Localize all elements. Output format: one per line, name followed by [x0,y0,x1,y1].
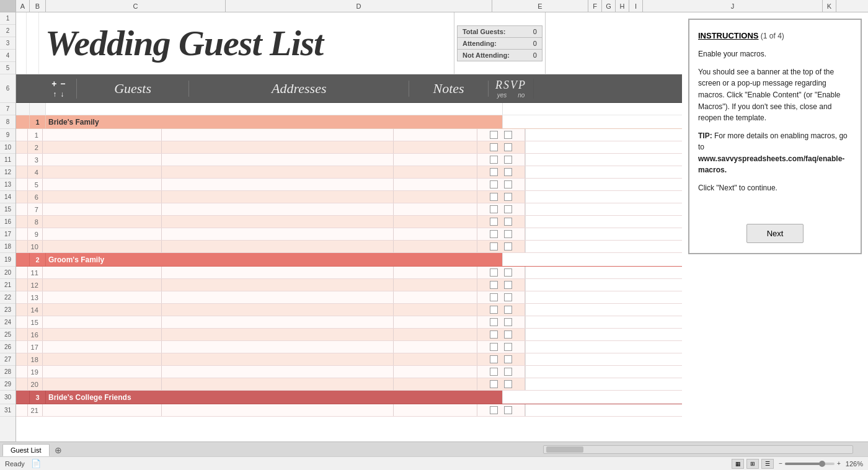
rsvp-yes-cb-s2-16[interactable] [490,330,498,339]
section1-data-row-7[interactable]: 7 [16,203,682,216]
section1-data-row-6[interactable]: 6 [16,191,682,203]
tab-guest-list[interactable]: Guest List [2,444,50,456]
rn-5: 5 [0,62,16,74]
rsvp-yes-cb-s1-9[interactable] [490,230,498,238]
section2-data-row-17[interactable]: 17 [16,341,682,353]
rsvp-no-cb-s1-1[interactable] [504,131,512,139]
rsvp-yes-cb-s2-15[interactable] [490,318,498,326]
add-remove-cell[interactable]: + − ↑ ↓ [41,79,77,99]
section2-data-row-13[interactable]: 13 [16,291,682,304]
rsvp-yes-cb-s2-19[interactable] [490,368,498,376]
section2-data-row-11[interactable]: 11 [16,267,682,279]
down-arrow-icon[interactable]: ↓ [60,90,64,99]
zoom-slider-thumb[interactable] [819,461,825,467]
tab-guest-list-label: Guest List [11,446,42,454]
rn-22: 22 [0,291,16,304]
next-button[interactable]: Next [746,224,804,243]
rn-8: 8 [0,115,16,129]
rn-25: 25 [0,329,16,341]
section1-data-row-5[interactable]: 5 [16,179,682,191]
rsvp-no-cb-s2-17[interactable] [504,343,512,351]
rsvp-yes-cb-s2-20[interactable] [490,380,498,388]
rsvp-yes-cb-s2-17[interactable] [490,343,498,351]
rsvp-no-cb-s2-19[interactable] [504,368,512,376]
rsvp-yes-cb-s1-4[interactable] [490,168,498,176]
rsvp-yes-cb-s2-14[interactable] [490,306,498,314]
section1-data-row-10[interactable]: 10 [16,241,682,253]
rsvp-yes-cb-s1-5[interactable] [490,180,498,188]
add-remove-bottom: ↑ ↓ [53,90,64,99]
rsvp-no-cb-s1-2[interactable] [504,143,512,151]
section2-data-row-16[interactable]: 16 [16,329,682,341]
section2-data-row-18[interactable]: 18 [16,353,682,366]
add-tab-button[interactable]: ⊕ [50,444,67,456]
zoom-slider-track[interactable] [785,463,835,465]
add-remove-top: + − [51,79,65,89]
rsvp-yes-cb-s1-7[interactable] [490,205,498,213]
stat-total: Total Guests: 0 [457,25,542,37]
section1-data-row-9[interactable]: 9 [16,228,682,241]
page-break-btn[interactable]: ☰ [761,459,774,469]
col-header-F: F [588,0,602,12]
instructions-step2: You should see a banner at the top of th… [698,66,852,124]
horizontal-scrollbar[interactable] [543,445,853,454]
rsvp-no-cb-s1-8[interactable] [504,218,512,226]
attending-label: Attending: [463,40,497,47]
section2-data-row-12[interactable]: 12 [16,279,682,291]
page-layout-icon[interactable]: 📄 [31,459,41,468]
rsvp-yes-cb-s1-8[interactable] [490,218,498,226]
rsvp-no-cb-s1-10[interactable] [504,242,512,251]
rsvp-no-cb-s2-16[interactable] [504,330,512,339]
rsvp-yes-cb-s2-18[interactable] [490,355,498,363]
zoom-in-icon[interactable]: + [837,460,841,467]
section1-data-row-2[interactable]: 2 [16,141,682,154]
section2-data-row-15[interactable]: 15 [16,316,682,329]
minus-icon[interactable]: − [60,79,65,89]
rsvp-yes-cb-s1-10[interactable] [490,242,498,251]
rsvp-no-cb-s2-11[interactable] [504,268,512,277]
rn-19: 19 [0,253,16,267]
section1-data-row-8[interactable]: 8 [16,216,682,228]
normal-view-btn[interactable]: ▦ [732,459,744,469]
section1-data-row-3[interactable]: 3 [16,154,682,166]
rsvp-yes-cb-s1-1[interactable] [490,131,498,139]
rsvp-no-cb-s1-7[interactable] [504,205,512,213]
up-arrow-icon[interactable]: ↑ [53,90,56,99]
plus-icon[interactable]: + [51,79,56,89]
section2-data-row-14[interactable]: 14 [16,304,682,316]
rsvp-no-cb-s2-13[interactable] [504,293,512,301]
section-3-number: 3 [35,394,39,401]
app-body: 1 2 3 4 5 6 7 8 9 10 11 12 13 [0,12,868,441]
rsvp-yes-cb-s1-3[interactable] [490,156,498,164]
rsvp-yes-cb-s1-6[interactable] [490,193,498,201]
rn-4: 4 [0,50,16,62]
rsvp-no-cb-s2-14[interactable] [504,306,512,314]
page-layout-btn[interactable]: ⊞ [746,459,759,469]
rsvp-subheaders: yes no [497,92,525,99]
rsvp-yes-cb-s2-12[interactable] [490,281,498,289]
rsvp-no-cb-s2-20[interactable] [504,380,512,388]
rsvp-yes-cb-s1-2[interactable] [490,143,498,151]
section3-data-row-21[interactable]: 21 [16,404,682,417]
rsvp-no-cb-s1-3[interactable] [504,156,512,164]
section1-data-row-1[interactable]: 1 [16,129,682,141]
rsvp-no-cb-s2-15[interactable] [504,318,512,326]
section2-data-row-19[interactable]: 19 [16,366,682,378]
rsvp-no-cb-s2-12[interactable] [504,281,512,289]
rsvp-no-cb-s3-21[interactable] [504,406,512,414]
zoom-out-icon[interactable]: − [779,460,782,467]
rn-12: 12 [0,166,16,179]
rsvp-yes-cb-s3-21[interactable] [490,406,498,414]
section2-data-row-20[interactable]: 20 [16,378,682,391]
rsvp-yes-cb-s2-13[interactable] [490,293,498,301]
rsvp-no-cb-s1-5[interactable] [504,180,512,188]
rsvp-no-cb-s1-6[interactable] [504,193,512,201]
section-2-rows: 11 12 13 [16,267,682,391]
section1-data-row-4[interactable]: 4 [16,166,682,179]
rsvp-no-cb-s2-18[interactable] [504,355,512,363]
notes-header: Notes [409,81,489,97]
rsvp-no-cb-s1-9[interactable] [504,230,512,238]
section-1-label: Bride's Family [48,118,99,126]
rsvp-yes-cb-s2-11[interactable] [490,268,498,277]
rsvp-no-cb-s1-4[interactable] [504,168,512,176]
